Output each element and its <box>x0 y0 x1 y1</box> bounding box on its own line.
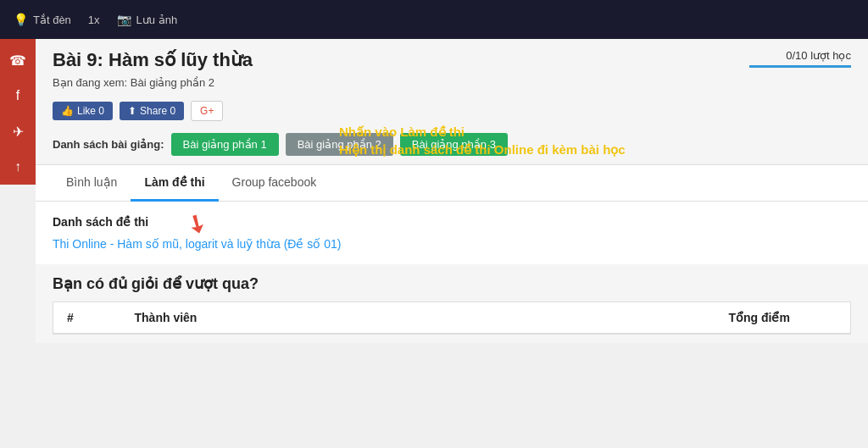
camera-icon: 📷 <box>117 13 131 26</box>
light-icon: 💡 <box>14 13 28 26</box>
gplus-button[interactable]: G+ <box>191 101 223 121</box>
top-toolbar: 💡 Tắt đèn 1x 📷 Lưu ảnh <box>0 0 868 39</box>
tab-binh-luan[interactable]: Bình luận <box>53 165 131 202</box>
col-header-num: # <box>53 302 121 335</box>
phone-icon[interactable]: ☎ <box>0 42 36 78</box>
leaderboard-table: # Thành viên Tổng điểm <box>53 301 851 335</box>
view-count-area: 0/10 lượt học <box>749 49 851 68</box>
table-header-row: # Thành viên Tổng điểm <box>53 302 851 335</box>
facebook-icon[interactable]: f <box>0 78 36 113</box>
lesson-list-label: Danh sách bài giảng: <box>53 138 164 151</box>
lesson-btn-3[interactable]: Bài giảng phần 3 <box>400 133 508 156</box>
exam-section-title: Danh sách đề thi <box>53 215 851 229</box>
tab-panel: Bình luận Làm đề thi Group facebook Danh… <box>36 164 868 264</box>
lesson-btn-1[interactable]: Bài giảng phần 1 <box>171 133 279 156</box>
view-count: 0/10 lượt học <box>749 49 851 62</box>
telegram-icon[interactable]: ✈ <box>0 113 36 149</box>
share-icon: ⬆ <box>128 105 136 117</box>
page-title: Bài 9: Hàm số lũy thừa <box>53 49 253 71</box>
zoom-control[interactable]: 1x <box>88 14 100 26</box>
tab-group-facebook[interactable]: Group facebook <box>219 165 331 202</box>
left-sidebar: ☎ f ✈ ↑ <box>0 39 36 185</box>
main-content: Bài 9: Hàm số lũy thừa 0/10 lượt học Bạn… <box>36 39 868 343</box>
share-button[interactable]: ⬆ Share 0 <box>120 102 184 120</box>
toggle-light-btn[interactable]: 💡 Tắt đèn <box>14 13 71 26</box>
lesson-list: Danh sách bài giảng: Bài giảng phần 1 Bà… <box>36 128 868 164</box>
like-icon: 👍 <box>61 105 74 117</box>
share-icon[interactable]: ↑ <box>0 149 36 185</box>
bottom-section: Bạn có đủ giỏi để vượt qua? # Thành viên… <box>36 264 868 343</box>
subtitle: Bạn đang xem: Bài giảng phần 2 <box>36 75 868 96</box>
lesson-btn-2[interactable]: Bài giảng phần 2 <box>286 133 393 156</box>
exam-link[interactable]: Thi Online - Hàm số mũ, logarit và luỹ t… <box>53 237 341 251</box>
tab-lam-de-thi[interactable]: Làm đề thi <box>131 165 218 202</box>
view-bar <box>749 65 851 68</box>
col-header-score: Tổng điểm <box>715 302 851 335</box>
tab-nav: Bình luận Làm đề thi Group facebook <box>36 165 868 202</box>
challenge-title: Bạn có đủ giỏi để vượt qua? <box>53 274 851 293</box>
like-button[interactable]: 👍 Like 0 <box>53 102 113 120</box>
col-header-member: Thành viên <box>121 302 715 335</box>
tab-content: Danh sách đề thi Thi Online - Hàm số mũ,… <box>36 202 868 264</box>
page-header: Bài 9: Hàm số lũy thừa 0/10 lượt học <box>36 39 868 75</box>
social-row: 👍 Like 0 ⬆ Share 0 G+ <box>36 96 868 128</box>
save-photo-btn[interactable]: 📷 Lưu ảnh <box>117 13 178 26</box>
